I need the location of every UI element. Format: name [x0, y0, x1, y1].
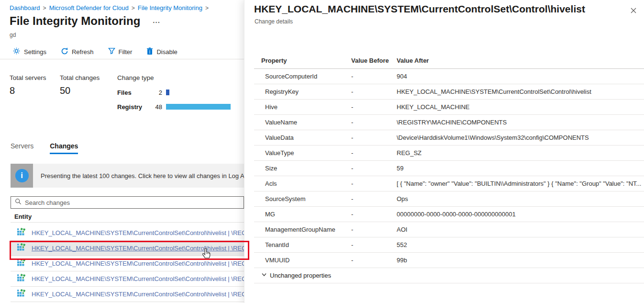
total-servers-stat: Total servers 8 [10, 74, 46, 96]
filter-button[interactable]: Filter [108, 47, 133, 56]
search-changes-box [11, 196, 244, 209]
value-after: Ops [397, 195, 644, 202]
value-before: - [351, 88, 397, 95]
refresh-button[interactable]: Refresh [61, 47, 94, 56]
command-bar: Settings Refresh Filter Disable [12, 46, 178, 57]
value-after: HKEY_LOCAL_MACHINE\SYSTEM\CurrentControl… [397, 88, 644, 95]
value-after: \Device\HarddiskVolume1\Windows\System32… [397, 134, 644, 141]
property-row: Hive-HKEY_LOCAL_MACHINE [254, 100, 644, 115]
property-row: ManagementGroupName-AOI [254, 222, 644, 237]
value-after: 59 [397, 165, 644, 172]
entity-link[interactable]: HKEY_LOCAL_MACHINE\SYSTEM\CurrentControl… [32, 229, 244, 236]
page-title: File Integrity Monitoring... [10, 14, 160, 28]
search-changes-input[interactable] [25, 199, 240, 206]
property-name: VMUUID [254, 257, 351, 264]
change-tracking-icon [17, 243, 26, 254]
tab-changes[interactable]: Changes [50, 142, 78, 154]
bar-value: 48 [150, 103, 162, 111]
property-name: SourceSystem [254, 195, 351, 202]
unchanged-properties-expander[interactable]: Unchanged properties [254, 268, 644, 283]
chevron-down-icon [261, 272, 267, 279]
value-after: 00000000-0000-0000-0000-000000000001 [397, 211, 644, 218]
tab-servers[interactable]: Servers [11, 142, 33, 154]
total-changes-value: 50 [60, 85, 100, 96]
change-details-panel: HKEY_LOCAL_MACHINE\SYSTEM\CurrentControl… [244, 0, 644, 303]
entity-link[interactable]: HKEY_LOCAL_MACHINE\SYSTEM\CurrentControl… [32, 291, 244, 298]
bar-label: Files [117, 89, 150, 96]
properties-table-body: SourceComputerId-904RegistryKey-HKEY_LOC… [254, 69, 644, 268]
table-row[interactable]: HKEY_LOCAL_MACHINE\SYSTEM\CurrentControl… [11, 241, 244, 256]
value-after: [ { "Name": "owner" "Value": "BUILTIN\\A… [397, 180, 644, 187]
toolbar-divider [0, 59, 244, 59]
value-after: HKEY_LOCAL_MACHINE [397, 103, 644, 111]
info-icon-box: i [11, 164, 33, 188]
property-name: RegistryKey [254, 88, 351, 95]
property-name: Hive [254, 103, 351, 111]
refresh-icon [61, 47, 68, 56]
change-type-chart: Change type Files2Registry48 [117, 74, 242, 110]
change-type-bars: Files2Registry48 [117, 89, 242, 110]
value-before: - [351, 241, 397, 248]
breadcrumb-dashboard[interactable]: Dashboard [10, 4, 40, 11]
value-before: - [351, 103, 397, 111]
property-name: ManagementGroupName [254, 226, 351, 233]
change-tracking-icon [17, 228, 26, 238]
value-before: - [351, 119, 397, 126]
value-before: - [351, 226, 397, 233]
property-row: ValueName-\REGISTRY\MACHINE\COMPONENTS [254, 115, 644, 130]
value-after: AOI [397, 226, 644, 233]
close-icon[interactable] [629, 6, 638, 17]
property-row: MG-00000000-0000-0000-0000-000000000001 [254, 207, 644, 222]
total-changes-stat: Total changes 50 [60, 74, 100, 96]
table-row[interactable]: HKEY_LOCAL_MACHINE\SYSTEM\CurrentControl… [11, 271, 244, 287]
property-name: Acls [254, 180, 351, 187]
breadcrumb: Dashboard>Microsoft Defender for Cloud>F… [10, 4, 211, 11]
entity-link[interactable]: HKEY_LOCAL_MACHINE\SYSTEM\CurrentControl… [32, 245, 244, 252]
bar-label: Registry [117, 103, 150, 111]
total-servers-value: 8 [10, 85, 46, 96]
breadcrumb-separator: > [43, 5, 46, 11]
tab-bar: Servers Changes [11, 142, 78, 154]
table-row[interactable]: HKEY_LOCAL_MACHINE\SYSTEM\CurrentControl… [11, 256, 244, 271]
table-row[interactable]: HKEY_LOCAL_MACHINE\SYSTEM\CurrentControl… [11, 225, 244, 241]
value-before: - [351, 165, 397, 172]
value-before: - [351, 257, 397, 264]
value-after: 552 [397, 241, 644, 248]
info-banner: i Presenting the latest 100 changes. Cli… [11, 164, 244, 188]
value-before: - [351, 211, 397, 218]
change-tracking-icon [17, 289, 26, 300]
gear-icon [12, 47, 21, 56]
property-name: ValueData [254, 134, 351, 141]
change-tracking-icon [17, 274, 26, 284]
breadcrumb-defender-for-cloud[interactable]: Microsoft Defender for Cloud [49, 4, 129, 11]
settings-button[interactable]: Settings [12, 47, 46, 56]
value-after: 99b [397, 257, 644, 264]
info-banner-text[interactable]: Presenting the latest 100 changes. Click… [33, 172, 244, 180]
property-row: Size-59 [254, 161, 644, 176]
main-content: Dashboard>Microsoft Defender for Cloud>F… [0, 0, 244, 303]
property-name: MG [254, 211, 351, 218]
value-before: - [351, 134, 397, 141]
property-name: Size [254, 165, 351, 172]
breadcrumb-file-integrity-monitoring[interactable]: File Integrity Monitoring [138, 4, 202, 11]
property-row: ValueData-\Device\HarddiskVolume1\Window… [254, 130, 644, 146]
panel-title: HKEY_LOCAL_MACHINE\SYSTEM\CurrentControl… [254, 3, 616, 15]
entity-header-divider [11, 222, 244, 223]
entity-link[interactable]: HKEY_LOCAL_MACHINE\SYSTEM\CurrentControl… [32, 275, 244, 282]
title-overflow-menu[interactable]: ... [153, 16, 160, 24]
table-row[interactable]: HKEY_LOCAL_MACHINE\SYSTEM\CurrentControl… [11, 287, 244, 302]
property-row: SourceSystem-Ops [254, 191, 644, 207]
entity-list: HKEY_LOCAL_MACHINE\SYSTEM\CurrentControl… [11, 225, 244, 302]
value-after: \REGISTRY\MACHINE\COMPONENTS [397, 119, 644, 126]
property-row: Acls-[ { "Name": "owner" "Value": "BUILT… [254, 176, 644, 191]
change-tracking-icon [17, 258, 26, 269]
property-name: ValueName [254, 119, 351, 126]
change-type-bar-row: Registry48 [117, 103, 242, 110]
entity-link[interactable]: HKEY_LOCAL_MACHINE\SYSTEM\CurrentControl… [32, 260, 244, 267]
value-before: - [351, 73, 397, 80]
bar [166, 104, 231, 110]
disable-button[interactable]: Disable [146, 47, 177, 56]
breadcrumb-separator: > [132, 5, 135, 11]
property-name: TenantId [254, 241, 351, 248]
change-type-bar-row: Files2 [117, 89, 242, 96]
